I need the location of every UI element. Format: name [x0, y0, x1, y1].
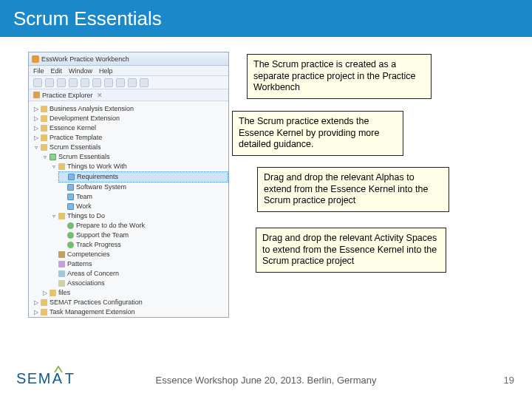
tree-node-files[interactable]: ▷files — [41, 288, 228, 298]
tree-node[interactable]: ▷SEMAT Practices Configuration — [32, 298, 228, 307]
app-menubar[interactable]: File Edit Window Help — [29, 66, 228, 76]
areas-icon — [58, 270, 65, 277]
folder-icon — [58, 213, 65, 219]
alpha-icon — [68, 174, 75, 180]
slide-body: EssWork Practice Workbench File Edit Win… — [28, 52, 501, 332]
tree-node[interactable]: Support the Team — [58, 231, 228, 240]
toolbar-button[interactable] — [104, 78, 113, 87]
tree-node[interactable]: Track Progress — [58, 240, 228, 250]
slide-title: Scrum Essentials — [0, 0, 532, 37]
tree-node[interactable]: Team — [58, 192, 228, 202]
close-icon[interactable]: ✕ — [97, 92, 103, 99]
tree-node-scrum-essentials[interactable]: ▿Scrum Essentials — [32, 143, 228, 152]
page-number: 19 — [504, 375, 514, 386]
activity-space-icon — [67, 242, 74, 248]
tree-node[interactable]: ▷Essence Kernel — [32, 123, 228, 133]
alpha-icon — [67, 194, 74, 200]
pane-tab-label: Practice Explorer — [42, 92, 93, 99]
app-titlebar: EssWork Practice Workbench — [29, 52, 228, 66]
alpha-icon — [67, 184, 74, 191]
folder-icon — [41, 144, 47, 151]
competencies-icon — [58, 251, 65, 258]
toolbar-button[interactable] — [128, 78, 137, 87]
activity-space-icon — [67, 232, 74, 239]
folder-icon — [41, 125, 47, 132]
tree-node-things-to-work-with[interactable]: ▿Things to Work With — [50, 162, 228, 171]
tree-node[interactable]: Competencies — [50, 250, 228, 259]
toolbar-button[interactable] — [57, 78, 66, 87]
patterns-icon — [58, 261, 65, 267]
tree-node[interactable]: ▷Business Analysis Extension — [32, 104, 228, 114]
app-toolbar — [29, 76, 228, 89]
menu-edit[interactable]: Edit — [51, 67, 63, 75]
folder-icon — [50, 290, 56, 296]
callout-3: Drag and drop the relevant Alphas to ext… — [257, 167, 449, 212]
slide-footer: SEMAT Essence Workshop June 20, 2013. Be… — [0, 366, 532, 389]
practice-explorer-tree: ▷Business Analysis Extension ▷Developmen… — [29, 101, 228, 320]
toolbar-button[interactable] — [45, 78, 54, 87]
associations-icon — [58, 280, 65, 287]
menu-help[interactable]: Help — [99, 67, 113, 75]
folder-icon — [41, 115, 47, 122]
alpha-icon — [67, 203, 74, 210]
practice-icon — [50, 154, 56, 160]
tree-node-things-to-do[interactable]: ▿Things to Do — [50, 211, 228, 221]
toolbar-button[interactable] — [69, 78, 78, 87]
menu-window[interactable]: Window — [69, 67, 92, 75]
tree-node[interactable]: Areas of Concern — [50, 269, 228, 279]
folder-icon — [41, 309, 47, 316]
toolbar-button[interactable] — [33, 78, 42, 87]
callout-4: Drag and drop the relevant Activity Spac… — [256, 228, 446, 273]
pane-tab-icon — [33, 92, 40, 98]
folder-icon — [41, 299, 47, 306]
toolbar-button[interactable] — [140, 78, 149, 87]
activity-space-icon — [67, 222, 74, 229]
tree-node[interactable]: Software System — [58, 183, 228, 192]
practice-workbench-window: EssWork Practice Workbench File Edit Win… — [28, 52, 229, 318]
toolbar-button[interactable] — [92, 78, 101, 87]
toolbar-button[interactable] — [81, 78, 89, 87]
tree-node[interactable]: Patterns — [50, 259, 228, 269]
app-window-title: EssWork Practice Workbench — [41, 55, 129, 63]
toolbar-button[interactable] — [116, 78, 125, 87]
tree-node[interactable]: ▷Task Management Extension — [32, 307, 228, 317]
tree-node-requirements[interactable]: Requirements — [58, 171, 228, 183]
callout-2: The Scrum practice extends the Essence K… — [232, 111, 403, 156]
pane-tab[interactable]: Practice Explorer ✕ — [29, 89, 228, 101]
tree-node[interactable]: ▷Practice Template — [32, 133, 228, 143]
folder-icon — [41, 134, 47, 141]
folder-icon — [58, 163, 65, 170]
callout-1: The Scrum practice is created as a separ… — [247, 54, 432, 99]
tree-node[interactable]: Associations — [50, 279, 228, 288]
tree-node[interactable]: Prepare to do the Work — [58, 221, 228, 231]
tree-node[interactable]: ▷Development Extension — [32, 114, 228, 123]
footer-caption: Essence Workshop June 20, 2013. Berlin, … — [0, 375, 532, 386]
folder-icon — [41, 106, 47, 112]
tree-node[interactable]: Work — [58, 202, 228, 211]
tree-node[interactable]: ▿Scrum Essentials — [41, 152, 228, 162]
app-icon — [32, 55, 39, 63]
menu-file[interactable]: File — [33, 67, 44, 75]
